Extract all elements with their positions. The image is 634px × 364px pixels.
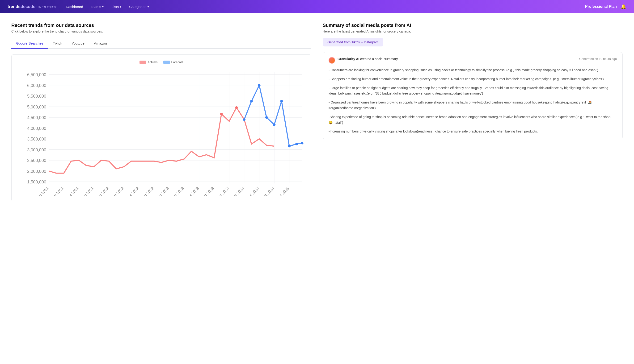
ai-card-header: Granularity AI created a social summary … [329, 57, 617, 64]
svg-text:Apr 2024: Apr 2024 [231, 186, 245, 196]
legend-forecast: Forecast [163, 60, 183, 64]
ai-card-meta: Granularity AI created a social summary [338, 57, 577, 61]
svg-text:Apr 2023: Apr 2023 [170, 186, 184, 196]
left-panel: Recent trends from our data sources Clic… [11, 23, 311, 201]
svg-text:Oct 2022: Oct 2022 [140, 186, 155, 196]
svg-point-46 [288, 145, 291, 147]
insight-3: - Large families or people on tight budg… [329, 85, 617, 97]
ai-source-button[interactable]: Generated from Tiktok + Instagram [323, 38, 383, 46]
tab-youtube[interactable]: Youtube [67, 39, 89, 49]
notification-bell-icon[interactable]: 🔔 [620, 4, 626, 10]
svg-point-42 [258, 84, 261, 86]
svg-text:2,500,000: 2,500,000 [27, 158, 46, 163]
actuals-color-swatch [139, 60, 146, 64]
svg-text:Apr 2021: Apr 2021 [50, 186, 64, 196]
svg-text:5,000,000: 5,000,000 [27, 105, 46, 110]
svg-text:4,000,000: 4,000,000 [27, 126, 46, 131]
svg-point-47 [295, 143, 298, 145]
chevron-down-icon: ▾ [120, 4, 122, 9]
right-panel: Summary of social media posts from AI He… [323, 23, 623, 201]
nav-dashboard[interactable]: Dashboard [66, 5, 83, 9]
legend-actuals: Actuals [139, 60, 158, 64]
svg-text:Oct 2021: Oct 2021 [80, 186, 94, 196]
svg-text:Apr 2022: Apr 2022 [110, 186, 125, 196]
svg-text:Jul 2022: Jul 2022 [126, 186, 139, 196]
ai-card-author: Granularity AI created a social summary [338, 57, 577, 61]
svg-text:Jan 2025: Jan 2025 [276, 186, 290, 196]
svg-point-45 [280, 100, 283, 102]
svg-text:4,500,000: 4,500,000 [27, 115, 46, 120]
svg-text:3,500,000: 3,500,000 [27, 137, 46, 142]
svg-text:Jul 2023: Jul 2023 [186, 186, 199, 196]
logo-by: by ○ granularity [39, 5, 56, 8]
svg-text:6,000,000: 6,000,000 [27, 83, 46, 88]
tab-google-searches[interactable]: Google Searches [11, 39, 48, 49]
trend-chart-container: Actuals Forecast 6,500,000 6,000,000 5,5… [11, 54, 311, 201]
svg-text:5,500,000: 5,500,000 [27, 94, 46, 98]
forecast-color-swatch [163, 60, 170, 64]
insight-2: - Shoppers are finding humor and enterta… [329, 76, 617, 82]
data-source-tabs: Google Searches Tiktok Youtube Amazon [11, 39, 311, 49]
svg-text:1,500,000: 1,500,000 [27, 180, 46, 184]
svg-text:Jul 2021: Jul 2021 [66, 186, 79, 196]
nav-categories[interactable]: Categories ▾ [129, 4, 149, 9]
logo: trendsdecoder by ○ granularity [8, 4, 56, 9]
svg-point-43 [265, 116, 268, 119]
svg-text:Jan 2021: Jan 2021 [35, 186, 49, 196]
chevron-down-icon: ▾ [147, 4, 149, 9]
svg-point-49 [220, 113, 223, 115]
svg-text:Jan 2024: Jan 2024 [216, 186, 230, 196]
svg-text:Oct 2024: Oct 2024 [261, 186, 275, 196]
svg-text:6,500,000: 6,500,000 [27, 72, 46, 77]
left-section-subtitle: Click below to explore the trend chart f… [11, 30, 311, 33]
tab-amazon[interactable]: Amazon [89, 39, 112, 49]
ai-card-time: Generated on 10 hours ago [579, 57, 617, 60]
nav-teams[interactable]: Teams ▾ [91, 4, 104, 9]
forecast-line [244, 85, 302, 146]
insight-5: -Sharing experience of going to shop is … [329, 114, 617, 126]
insight-4: - Organized pantries/homes have been gro… [329, 100, 617, 111]
nav-links: Dashboard Teams ▾ Lists ▾ Categories ▾ [66, 4, 576, 9]
ai-card-body: - Consumers are looking for convenience … [329, 68, 617, 134]
svg-point-50 [235, 106, 238, 109]
nav-lists[interactable]: Lists ▾ [111, 4, 122, 9]
svg-point-44 [273, 123, 276, 126]
ai-section-title: Summary of social media posts from AI [323, 23, 623, 28]
navbar: trendsdecoder by ○ granularity Dashboard… [0, 0, 634, 13]
forecast-dots [243, 84, 303, 147]
ai-avatar [329, 57, 335, 64]
insight-6: -Increasing numbers physically visiting … [329, 129, 617, 134]
svg-text:2,000,000: 2,000,000 [27, 169, 46, 174]
svg-text:Oct 2023: Oct 2023 [201, 186, 215, 196]
ai-section-subtitle: Here are the latest generated AI insight… [323, 30, 623, 33]
plan-label[interactable]: Professional Plan [585, 4, 617, 9]
svg-text:Jan 2023: Jan 2023 [155, 186, 169, 196]
chevron-down-icon: ▾ [102, 4, 104, 9]
nav-right: Professional Plan 🔔 [585, 4, 626, 10]
chart-legend: Actuals Forecast [15, 60, 307, 64]
two-column-layout: Recent trends from our data sources Clic… [11, 23, 623, 201]
insight-1: - Consumers are looking for convenience … [329, 68, 617, 73]
logo-trends: trends [8, 4, 21, 9]
svg-text:Jan 2022: Jan 2022 [95, 186, 109, 196]
svg-point-41 [250, 100, 253, 102]
tab-tiktok[interactable]: Tiktok [48, 39, 67, 49]
svg-text:3,000,000: 3,000,000 [27, 148, 46, 152]
left-section-title: Recent trends from our data sources [11, 23, 311, 28]
ai-insight-card: Granularity AI created a social summary … [323, 52, 623, 139]
svg-point-40 [243, 118, 246, 121]
svg-point-48 [301, 142, 304, 144]
logo-decoder: decoder [21, 4, 37, 9]
trend-chart-svg: 6,500,000 6,000,000 5,500,000 5,000,000 … [15, 68, 307, 196]
main-content: Recent trends from our data sources Clic… [0, 13, 634, 211]
svg-text:Jul 2024: Jul 2024 [247, 186, 260, 196]
